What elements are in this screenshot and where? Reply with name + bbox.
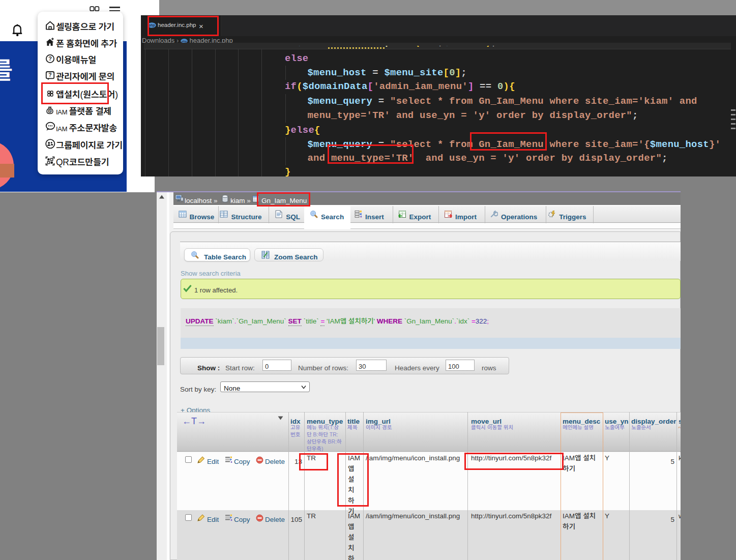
svg-text:?: ? (48, 55, 52, 62)
svg-text:S: S (49, 109, 51, 112)
svg-text:php: php (181, 40, 187, 43)
svg-text:?: ? (48, 72, 51, 78)
